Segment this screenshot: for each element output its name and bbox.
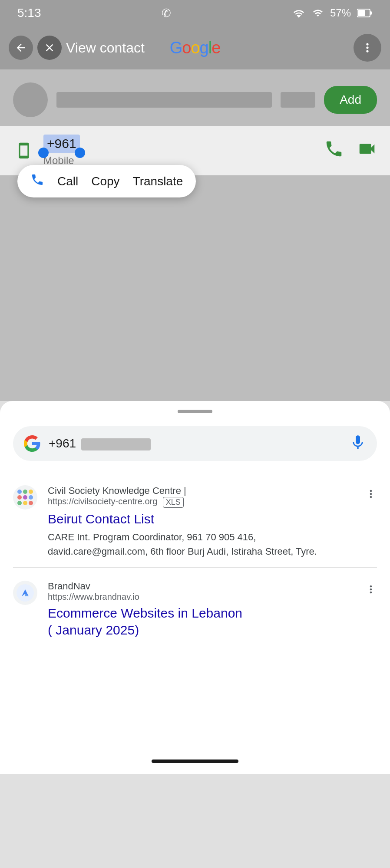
result-1-url-row: https://civilsociety-centre.org XLS xyxy=(48,496,354,508)
result-1-more-button[interactable] xyxy=(365,485,377,559)
result-2-favicon xyxy=(13,581,37,605)
phone-action-icons xyxy=(324,139,377,163)
phone-toolbar-icon xyxy=(30,173,44,190)
gray-background xyxy=(0,175,390,401)
result-2-url: https://www.brandnav.io xyxy=(48,592,139,602)
result-2-source: BrandNav xyxy=(48,581,354,592)
result-1-source-name: Civil Society Knowledge Centre | xyxy=(48,485,186,496)
copy-action[interactable]: Copy xyxy=(91,174,119,188)
result-1-snippet: CARE Int. Program Coordinator, 961 70 90… xyxy=(48,530,354,559)
phone-number[interactable]: +961 xyxy=(43,135,80,153)
contact-row: Add xyxy=(13,82,377,117)
back-arrow-icon xyxy=(15,42,27,54)
search-result-2: BrandNav https://www.brandnav.io Ecommer… xyxy=(13,572,377,647)
brandnav-logo-svg xyxy=(17,584,34,602)
close-button[interactable] xyxy=(37,36,62,60)
result-2-title[interactable]: Ecommerce Websites in Lebanon( January 2… xyxy=(48,605,354,638)
phone-number-container: +961 xyxy=(43,135,80,153)
bottom-sheet-handle xyxy=(178,410,212,413)
mic-svg xyxy=(349,434,367,451)
more-vert-icon-1 xyxy=(365,488,377,500)
back-button[interactable] xyxy=(9,36,33,60)
call-status-icon: ✆ xyxy=(162,7,171,20)
bottom-sheet: +961 Civil So xyxy=(0,401,390,748)
call-icon xyxy=(30,173,44,187)
call-button[interactable] xyxy=(324,139,344,163)
phone-number-text: +961 xyxy=(47,136,76,151)
contact-name-blurred xyxy=(56,92,272,108)
microphone-icon[interactable] xyxy=(349,434,367,453)
video-call-icon xyxy=(357,139,377,159)
phone-type-icon xyxy=(13,140,35,161)
result-1-badge: XLS xyxy=(163,497,184,508)
call-phone-icon xyxy=(324,139,344,159)
search-result-1: Civil Society Knowledge Centre | https:/… xyxy=(13,477,377,568)
signal-icon xyxy=(312,8,324,18)
add-button[interactable]: Add xyxy=(324,86,377,114)
google-g-logo xyxy=(23,435,41,452)
result-1-favicon xyxy=(13,485,37,510)
search-query: +961 xyxy=(49,437,341,450)
battery-icon xyxy=(357,8,373,18)
search-query-blurred xyxy=(81,438,151,450)
more-vertical-icon xyxy=(360,41,374,55)
search-bar[interactable]: +961 xyxy=(13,426,377,461)
result-1-source: Civil Society Knowledge Centre | xyxy=(48,485,354,496)
more-options-button[interactable] xyxy=(354,34,381,62)
result-2-url-row: https://www.brandnav.io xyxy=(48,592,354,602)
selection-handle-left xyxy=(38,148,49,158)
contact-extra-blurred xyxy=(281,92,315,108)
status-time: 5:13 xyxy=(17,6,41,20)
result-2-more-button[interactable] xyxy=(365,581,377,638)
close-icon xyxy=(43,42,56,54)
contact-area: Add Call Copy Translate xyxy=(0,69,390,126)
svg-rect-2 xyxy=(358,10,365,16)
search-query-text: +961 xyxy=(49,437,76,450)
selection-handle-right xyxy=(75,148,85,158)
csk-logo xyxy=(17,490,33,505)
app-bar: View contact Google xyxy=(0,26,390,69)
google-logo: Google xyxy=(170,39,221,57)
translate-action[interactable]: Translate xyxy=(133,174,183,188)
home-indicator xyxy=(152,760,238,763)
call-action[interactable]: Call xyxy=(57,174,78,188)
result-2-source-name: BrandNav xyxy=(48,581,90,592)
status-icons: 57% xyxy=(292,7,373,19)
battery-level: 57% xyxy=(330,7,351,19)
mobile-icon xyxy=(15,142,33,159)
home-bar xyxy=(0,748,390,774)
avatar xyxy=(13,82,48,117)
video-call-button[interactable] xyxy=(357,139,377,163)
status-bar: 5:13 ✆ 57% xyxy=(0,0,390,26)
result-1-content: Civil Society Knowledge Centre | https:/… xyxy=(48,485,354,559)
phone-info: +961 Mobile xyxy=(43,135,315,167)
svg-rect-1 xyxy=(370,11,372,15)
selection-toolbar: Call Copy Translate xyxy=(17,165,196,197)
wifi-icon xyxy=(292,8,306,18)
more-vert-icon-2 xyxy=(365,583,377,595)
result-1-title[interactable]: Beirut Contact List xyxy=(48,510,354,527)
result-1-url: https://civilsociety-centre.org xyxy=(48,496,157,506)
result-2-content: BrandNav https://www.brandnav.io Ecommer… xyxy=(48,581,354,638)
